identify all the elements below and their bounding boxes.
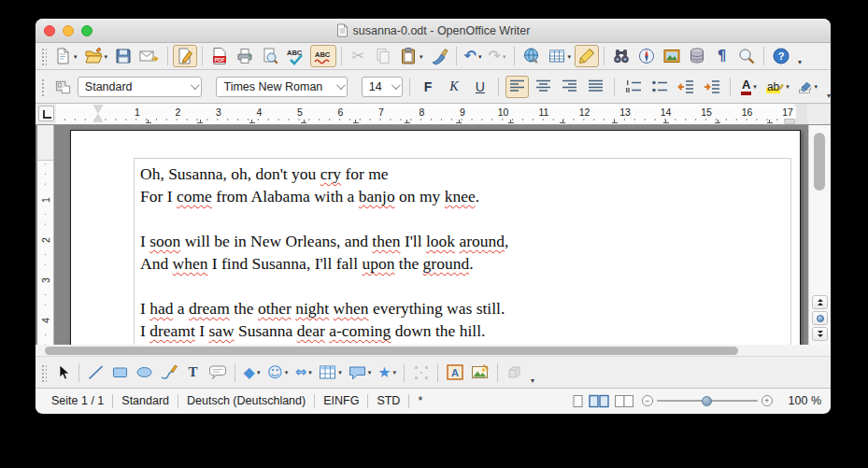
- close-window-button[interactable]: [44, 25, 55, 36]
- text-line[interactable]: For I come from Alabama with a banjo on …: [140, 185, 785, 207]
- bullet-list-button[interactable]: [647, 76, 671, 98]
- numbered-list-button[interactable]: [621, 76, 645, 98]
- zoom-slider-track[interactable]: [657, 400, 758, 402]
- spellcheck-button[interactable]: ABC: [283, 45, 309, 67]
- status-insert-mode[interactable]: EINFG: [315, 394, 367, 407]
- save-button[interactable]: [111, 45, 135, 67]
- horizontal-scrollbar[interactable]: [36, 345, 831, 357]
- page-preview-button[interactable]: [258, 45, 282, 67]
- text-line[interactable]: I dreamt I saw Susanna dear a-coming dow…: [140, 319, 785, 342]
- titlebar[interactable]: susanna-0.odt - OpenOffice Writer: [36, 19, 831, 43]
- rectangle-tool-button[interactable]: [108, 362, 132, 384]
- navigator-button[interactable]: [634, 45, 659, 67]
- text-line[interactable]: I had a dream the other night when every…: [140, 297, 785, 319]
- print-button[interactable]: [233, 45, 257, 67]
- find-replace-button[interactable]: [609, 45, 633, 67]
- gallery-button[interactable]: [660, 45, 684, 67]
- zoom-window-button[interactable]: [81, 25, 92, 36]
- text-line[interactable]: I soon will be in New Orleans, and then …: [140, 230, 785, 252]
- format-paintbrush-button[interactable]: [427, 45, 451, 67]
- font-size-combo[interactable]: 14: [362, 77, 403, 97]
- zoom-button[interactable]: [734, 45, 759, 67]
- highlighting-button[interactable]: ab ▾: [763, 76, 792, 98]
- text-line[interactable]: [140, 275, 785, 297]
- export-pdf-button[interactable]: PDF: [207, 45, 232, 67]
- hyperlink-button[interactable]: [519, 45, 544, 67]
- status-selection-mode[interactable]: STD: [368, 394, 408, 407]
- text-callout-tool-button[interactable]: [206, 362, 230, 384]
- vertical-scrollbar[interactable]: [808, 125, 831, 345]
- tab-type-selector[interactable]: [38, 106, 54, 121]
- single-page-view-button[interactable]: [572, 394, 584, 408]
- increase-indent-button[interactable]: [700, 76, 723, 98]
- vertical-scrollbar-thumb[interactable]: [814, 133, 825, 191]
- new-document-button[interactable]: ▾: [50, 45, 80, 67]
- status-modified-flag[interactable]: *: [409, 394, 431, 407]
- toolbar-grip[interactable]: [40, 78, 46, 96]
- insert-table-button[interactable]: ▾: [545, 45, 575, 67]
- navigation-button[interactable]: [812, 311, 828, 325]
- italic-button[interactable]: K: [442, 76, 465, 98]
- underline-button[interactable]: U: [468, 76, 491, 98]
- flowcharts-button[interactable]: ▾: [316, 362, 345, 384]
- minimize-window-button[interactable]: [63, 25, 74, 36]
- auto-spellcheck-button[interactable]: ABC: [310, 45, 336, 67]
- text-line[interactable]: Oh, Susanna, oh, don't you cry for me: [140, 163, 785, 185]
- stars-button[interactable]: ★ ▾: [375, 362, 399, 384]
- toolbar-overflow-button[interactable]: ▾: [827, 92, 831, 100]
- paste-button[interactable]: ▾: [396, 45, 426, 67]
- align-center-button[interactable]: [532, 76, 555, 98]
- multi-page-view-button[interactable]: [589, 394, 609, 408]
- insert-picture-from-file-button[interactable]: [468, 362, 492, 384]
- text-tool-button[interactable]: T: [181, 362, 205, 384]
- status-page-style[interactable]: Standard: [113, 394, 178, 407]
- toolbar-grip[interactable]: [40, 47, 47, 65]
- previous-page-button[interactable]: [812, 295, 828, 309]
- align-right-button[interactable]: [558, 76, 581, 98]
- open-button[interactable]: ▾: [81, 45, 111, 67]
- undo-button[interactable]: ↶ ▾: [462, 45, 485, 67]
- text-line[interactable]: And when I find Susanna, I'll fall upon …: [140, 252, 785, 275]
- decrease-indent-button[interactable]: [674, 76, 697, 98]
- email-document-button[interactable]: [136, 45, 163, 67]
- align-left-button[interactable]: [505, 76, 529, 98]
- paragraph-style-combo[interactable]: Standard: [78, 77, 203, 97]
- next-page-button[interactable]: [812, 327, 828, 341]
- vertical-ruler[interactable]: 1234: [37, 125, 54, 345]
- background-color-button[interactable]: ▾: [795, 76, 820, 98]
- basic-shapes-button[interactable]: ◆ ▾: [240, 362, 263, 384]
- nonprinting-characters-button[interactable]: ¶: [710, 45, 733, 67]
- status-language[interactable]: Deutsch (Deutschland): [178, 394, 314, 407]
- font-color-button[interactable]: A ▾: [737, 76, 761, 98]
- symbol-shapes-button[interactable]: ☺ ▾: [264, 362, 291, 384]
- zoom-out-button[interactable]: −: [642, 395, 653, 406]
- justified-button[interactable]: [584, 76, 607, 98]
- text-line[interactable]: [140, 207, 785, 230]
- select-tool-button[interactable]: [50, 362, 74, 384]
- edit-file-button[interactable]: [173, 45, 197, 67]
- freeform-line-tool-button[interactable]: [157, 362, 180, 384]
- document-text[interactable]: Oh, Susanna, oh, don't you cry for meFor…: [140, 163, 785, 342]
- fontwork-gallery-button[interactable]: A: [443, 362, 467, 384]
- zoom-slider-thumb[interactable]: [702, 396, 712, 406]
- data-sources-button[interactable]: [685, 45, 709, 67]
- font-name-combo[interactable]: Times New Roman: [216, 77, 347, 97]
- toolbar-overflow-button[interactable]: ▾: [798, 58, 802, 66]
- block-arrows-button[interactable]: ⇔ ▾: [292, 362, 315, 384]
- callouts-button[interactable]: ▾: [346, 362, 375, 384]
- horizontal-scrollbar-thumb[interactable]: [45, 347, 738, 355]
- book-view-button[interactable]: [614, 394, 634, 408]
- draw-functions-button[interactable]: [575, 45, 599, 67]
- horizontal-ruler[interactable]: 1234567891011121314151617: [56, 104, 807, 124]
- toolbar-overflow-button[interactable]: ▾: [531, 376, 534, 385]
- zoom-level[interactable]: 100 %: [780, 394, 823, 407]
- line-tool-button[interactable]: [84, 362, 107, 384]
- zoom-in-button[interactable]: +: [761, 395, 773, 406]
- help-button[interactable]: ?: [769, 45, 793, 67]
- status-page[interactable]: Seite 1 / 1: [43, 394, 112, 407]
- apply-style-button[interactable]: [51, 76, 75, 98]
- ellipse-tool-button[interactable]: [133, 362, 156, 384]
- toolbar-grip[interactable]: [40, 363, 47, 382]
- bold-button[interactable]: F: [416, 76, 439, 98]
- left-indent-marker[interactable]: [93, 105, 104, 122]
